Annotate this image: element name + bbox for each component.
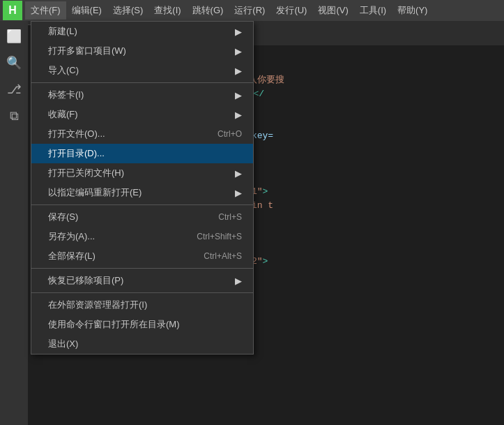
source-control-icon[interactable]: ⎇ <box>1 77 26 102</box>
menu-item-reopen-encoding[interactable]: 以指定编码重新打开(E) ▶ <box>31 183 253 202</box>
extensions-icon[interactable]: ⧉ <box>1 103 26 128</box>
menu-item-save-all-label: 全部保存(L) <box>48 250 96 262</box>
menubar: H 文件(F) 编辑(E) 选择(S) 查找(I) 跳转(G) 运行(R) 发行… <box>0 0 504 21</box>
menu-item-save-label: 保存(S) <box>48 211 78 223</box>
menu-item-reopen-encoding-label: 以指定编码重新打开(E) <box>48 186 142 199</box>
file-dropdown-menu: 新建(L) ▶ 打开多窗口项目(W) ▶ 导入(C) ▶ 标签卡(I) ▶ 收藏… <box>31 21 254 355</box>
menu-jump[interactable]: 跳转(G) <box>187 1 229 20</box>
menu-item-new[interactable]: 新建(L) ▶ <box>31 22 253 41</box>
new-submenu-arrow: ▶ <box>235 27 242 37</box>
tab-submenu-arrow: ▶ <box>235 90 242 100</box>
menu-item-bookmark[interactable]: 收藏(F) ▶ <box>31 105 253 124</box>
menu-item-open-closed-label: 打开已关闭文件(H) <box>48 167 124 179</box>
menu-run[interactable]: 运行(R) <box>229 1 270 20</box>
menu-item-save-as[interactable]: 另存为(A)... Ctrl+Shift+S <box>31 227 253 246</box>
menu-item-exit-label: 退出(X) <box>48 338 78 350</box>
menu-item-open-external[interactable]: 在外部资源管理器打开(I) <box>31 295 253 315</box>
menu-divider-3 <box>31 268 253 269</box>
menu-item-restore-removed[interactable]: 恢复已移除项目(P) ▶ <box>31 271 253 290</box>
menu-item-bookmark-label: 收藏(F) <box>48 108 78 121</box>
bookmark-submenu-arrow: ▶ <box>235 110 242 120</box>
menu-divider-1 <box>31 82 253 83</box>
activity-bar: ⬜ 🔍 ⎇ ⧉ <box>0 21 28 425</box>
menu-item-open-dir[interactable]: 打开目录(D)... <box>31 144 253 163</box>
menu-item-tab-label: 标签卡(I) <box>48 89 84 101</box>
menu-item-open-dir-label: 打开目录(D)... <box>48 147 105 160</box>
menu-item-save[interactable]: 保存(S) Ctrl+S <box>31 207 253 227</box>
menu-tools[interactable]: 工具(I) <box>354 1 392 20</box>
menu-find[interactable]: 查找(I) <box>148 1 186 20</box>
menu-item-open-file[interactable]: 打开文件(O)... Ctrl+O <box>31 124 253 144</box>
menu-item-import[interactable]: 导入(C) ▶ <box>31 61 253 80</box>
menu-release[interactable]: 发行(U) <box>270 1 312 20</box>
explorer-icon[interactable]: ⬜ <box>1 24 26 49</box>
menu-item-open-terminal[interactable]: 使用命令行窗口打开所在目录(M) <box>31 315 253 334</box>
restore-submenu-arrow: ▶ <box>235 276 242 286</box>
menu-item-new-label: 新建(L) <box>48 25 77 38</box>
menu-item-open-file-label: 打开文件(O)... <box>48 128 105 140</box>
save-as-shortcut: Ctrl+Shift+S <box>197 232 242 241</box>
reopen-submenu-arrow: ▶ <box>235 188 242 198</box>
menu-file[interactable]: 文件(F) <box>25 1 66 20</box>
menu-view[interactable]: 视图(V) <box>312 1 353 20</box>
import-submenu-arrow: ▶ <box>235 66 242 76</box>
search-icon[interactable]: 🔍 <box>1 50 26 75</box>
save-all-shortcut: Ctrl+Alt+S <box>204 251 242 261</box>
menu-divider-2 <box>31 204 253 205</box>
menu-item-multiwindow[interactable]: 打开多窗口项目(W) ▶ <box>31 41 253 61</box>
menu-item-open-terminal-label: 使用命令行窗口打开所在目录(M) <box>48 318 180 331</box>
menu-item-restore-removed-label: 恢复已移除项目(P) <box>48 274 123 287</box>
menu-item-multiwindow-label: 打开多窗口项目(W) <box>48 45 126 57</box>
open-file-shortcut: Ctrl+O <box>217 129 242 139</box>
menu-item-import-label: 导入(C) <box>48 64 79 77</box>
menu-item-save-as-label: 另存为(A)... <box>48 230 95 243</box>
multiwindow-submenu-arrow: ▶ <box>235 46 242 57</box>
closed-submenu-arrow: ▶ <box>235 168 242 179</box>
menu-item-tab[interactable]: 标签卡(I) ▶ <box>31 85 253 105</box>
menu-edit[interactable]: 编辑(E) <box>66 1 107 20</box>
menu-item-open-external-label: 在外部资源管理器打开(I) <box>48 299 147 311</box>
menu-item-save-all[interactable]: 全部保存(L) Ctrl+Alt+S <box>31 246 253 266</box>
app-logo: H <box>3 1 22 20</box>
menu-select[interactable]: 选择(S) <box>107 1 148 20</box>
menu-item-open-closed[interactable]: 打开已关闭文件(H) ▶ <box>31 163 253 183</box>
save-shortcut: Ctrl+S <box>218 212 242 222</box>
menu-help[interactable]: 帮助(Y) <box>392 1 433 20</box>
menu-divider-4 <box>31 292 253 293</box>
menu-item-exit[interactable]: 退出(X) <box>31 334 253 354</box>
